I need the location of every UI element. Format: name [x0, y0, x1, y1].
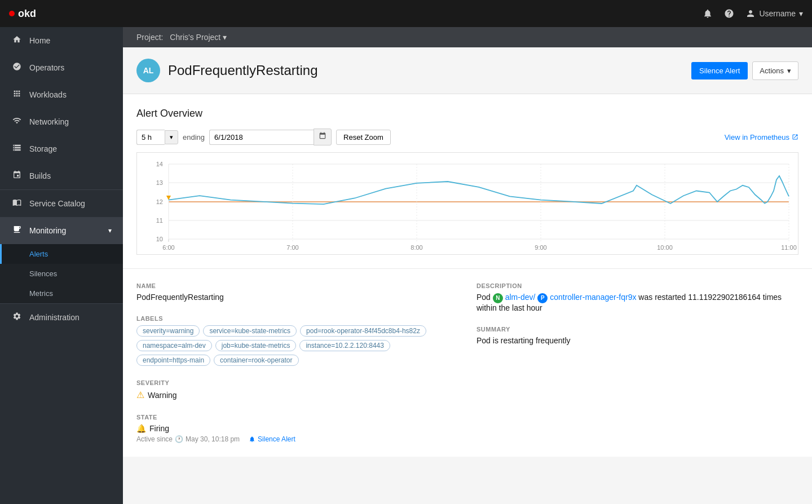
sidebar-item-monitoring[interactable]: Monitoring ▾: [0, 217, 123, 244]
time-range-select-wrap: ▾: [136, 130, 178, 145]
silence-alert-button[interactable]: Silence Alert: [691, 62, 748, 79]
sidebar-sub-item-silences[interactable]: Silences: [0, 264, 123, 284]
severity-value: Warning: [148, 391, 177, 400]
reset-zoom-button[interactable]: Reset Zoom: [336, 130, 391, 145]
user-chevron-icon: ▾: [799, 9, 803, 18]
sidebar-item-workloads-label: Workloads: [29, 90, 67, 99]
topbar: okd Username ▾: [0, 0, 812, 27]
svg-text:6:00: 6:00: [162, 244, 174, 251]
list-item[interactable]: job=kube-state-metrics: [215, 340, 297, 351]
storage-icon: [11, 143, 23, 154]
state-section: STATE 🔔 Firing Active since 🕐 May 30, 10…: [136, 414, 458, 443]
sidebar-item-networking-label: Networking: [29, 117, 69, 126]
username-label: Username: [759, 9, 796, 18]
time-range-input[interactable]: [136, 130, 165, 145]
sidebar-item-networking[interactable]: Networking: [0, 108, 123, 135]
alert-chart: 14 13 12 11 10: [137, 153, 798, 254]
sidebar-item-operators[interactable]: Operators: [0, 54, 123, 81]
sidebar-sub-item-metrics[interactable]: Metrics: [0, 284, 123, 303]
inline-silence-label: Silence Alert: [258, 435, 295, 443]
name-label: NAME: [136, 282, 458, 289]
alert-title: PodFrequentlyRestarting: [168, 63, 691, 78]
alert-overview-section: Alert Overview ▾ ending Reset Zoom: [123, 94, 812, 268]
list-item[interactable]: namespace=alm-dev: [136, 340, 212, 351]
ending-label: ending: [183, 133, 205, 142]
list-item[interactable]: service=kube-state-metrics: [203, 325, 297, 337]
active-since-value: May 30, 10:18 pm: [186, 435, 240, 443]
sidebar-item-monitoring-label: Monitoring: [29, 226, 66, 235]
name-section: NAME PodFrequentlyRestarting: [136, 282, 458, 302]
page-content: Alert Overview ▾ ending Reset Zoom: [123, 94, 812, 504]
sidebar-item-builds[interactable]: Builds: [0, 162, 123, 189]
state-value-row: 🔔 Firing: [136, 424, 458, 433]
project-bar: Project: Chris's Project ▾: [123, 27, 812, 47]
severity-section: SEVERITY ⚠ Warning: [136, 379, 458, 400]
labels-container: severity=warning service=kube-state-metr…: [136, 325, 458, 366]
description-label: DESCRIPTION: [476, 282, 798, 289]
prometheus-link-text: View in Prometheus: [725, 133, 789, 142]
alert-overview-title: Alert Overview: [136, 108, 798, 120]
prometheus-link[interactable]: View in Prometheus: [725, 133, 798, 142]
list-item[interactable]: pod=rook-operator-84f45dc8b4-hs82z: [300, 325, 426, 337]
notification-button[interactable]: [703, 8, 713, 19]
date-input[interactable]: [209, 130, 314, 145]
project-selector[interactable]: Project: Chris's Project ▾: [136, 33, 227, 42]
sidebar-item-builds-label: Builds: [29, 171, 51, 180]
calendar-icon[interactable]: [314, 129, 332, 145]
list-item[interactable]: instance=10.2.2.120:8443: [299, 340, 390, 351]
sidebar-item-workloads[interactable]: Workloads: [0, 81, 123, 108]
svg-text:10: 10: [156, 236, 163, 242]
sidebar-item-home[interactable]: Home: [0, 27, 123, 54]
help-button[interactable]: [724, 8, 734, 19]
severity-value-row: ⚠ Warning: [136, 390, 458, 400]
time-range-chevron-icon[interactable]: ▾: [165, 130, 178, 144]
sidebar-item-administration[interactable]: Administration: [0, 303, 123, 331]
silences-label: Silences: [29, 269, 57, 278]
svg-text:14: 14: [156, 161, 163, 167]
sidebar-item-storage[interactable]: Storage: [0, 135, 123, 162]
list-item[interactable]: endpoint=https-main: [136, 355, 210, 366]
details-left: NAME PodFrequentlyRestarting LABELS seve…: [136, 282, 458, 443]
user-menu[interactable]: Username ▾: [745, 8, 803, 19]
svg-text:11: 11: [156, 217, 163, 224]
summary-value: Pod is restarting frequently: [476, 336, 798, 345]
sidebar-item-home-label: Home: [29, 36, 50, 45]
inline-silence-link[interactable]: Silence Alert: [249, 435, 295, 443]
summary-section: SUMMARY Pod is restarting frequently: [476, 326, 798, 345]
sidebar-item-administration-label: Administration: [29, 313, 80, 322]
sidebar: Home Operators Workloads Networking: [0, 27, 123, 504]
svg-text:9:00: 9:00: [535, 244, 546, 251]
sidebar-sub-item-alerts[interactable]: Alerts: [0, 244, 123, 264]
alert-avatar-initials: AL: [143, 66, 154, 75]
desc-pre: Pod: [476, 293, 493, 302]
name-value: PodFrequentlyRestarting: [136, 293, 458, 302]
state-value: Firing: [149, 424, 169, 433]
sidebar-item-service-catalog[interactable]: Service Catalog: [0, 189, 123, 217]
details-grid: NAME PodFrequentlyRestarting LABELS seve…: [123, 268, 812, 457]
list-item[interactable]: container=rook-operator: [214, 355, 298, 366]
project-name: Chris's Project: [170, 33, 220, 42]
monitoring-submenu: Alerts Silences Metrics: [0, 244, 123, 303]
builds-icon: [11, 170, 23, 182]
list-item[interactable]: severity=warning: [136, 325, 200, 337]
monitoring-expand-icon: ▾: [108, 227, 112, 235]
summary-label: SUMMARY: [476, 326, 798, 333]
controller-link[interactable]: controller-manager-fqr9x: [550, 293, 636, 302]
logo-text: okd: [18, 8, 36, 20]
home-icon: [11, 35, 23, 46]
description-section: DESCRIPTION Pod N alm-dev/ P controller-…: [476, 282, 798, 312]
firing-icon: 🔔: [136, 424, 146, 433]
actions-dropdown-button[interactable]: Actions ▾: [752, 61, 798, 80]
alm-dev-link[interactable]: alm-dev/: [505, 293, 536, 302]
state-label: STATE: [136, 414, 458, 421]
date-input-wrap: [209, 129, 332, 145]
badge-n: N: [493, 293, 503, 303]
sidebar-item-storage-label: Storage: [29, 144, 57, 153]
badge-p: P: [537, 293, 548, 303]
svg-text:10:00: 10:00: [657, 244, 673, 251]
workloads-icon: [11, 89, 23, 100]
labels-label: LABELS: [136, 315, 458, 322]
alerts-label: Alerts: [29, 250, 48, 258]
service-catalog-icon: [11, 198, 23, 209]
chart-line: [169, 176, 789, 204]
